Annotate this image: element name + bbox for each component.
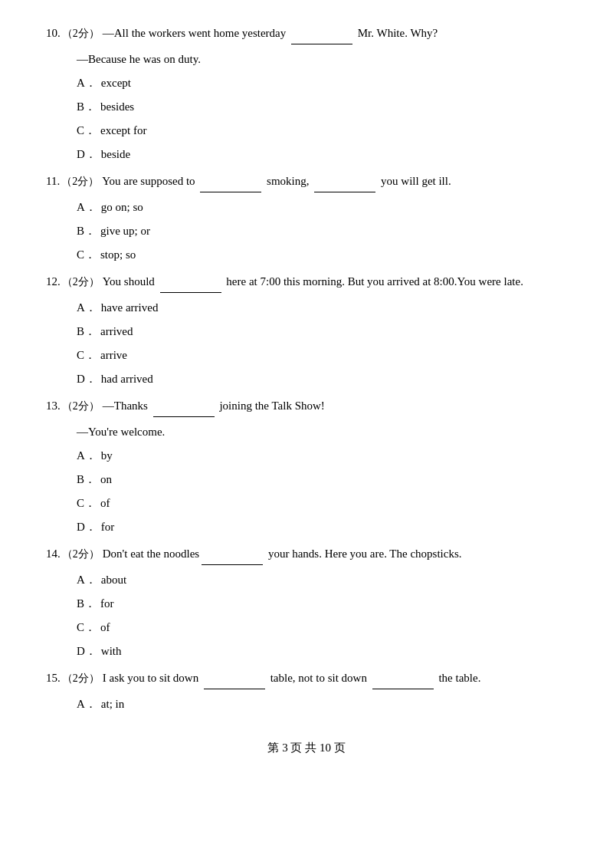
q13-option-c: C． of xyxy=(77,493,567,514)
q13-number: 13. xyxy=(46,396,61,416)
q14-points: （2分） xyxy=(62,544,100,564)
question-11: 11. （2分） You are supposed to smoking, yo… xyxy=(46,171,567,265)
q13-option-a: A． by xyxy=(77,446,567,466)
q14-option-b: B． for xyxy=(77,593,567,614)
q10-option-a: A． except xyxy=(77,73,567,94)
q14-text: Don't eat the noodles your hands. Here y… xyxy=(103,544,567,565)
q12-points: （2分） xyxy=(62,272,100,291)
q14-option-c: C． of xyxy=(77,617,567,638)
q15-number: 15. xyxy=(46,668,61,689)
question-11-line: 11. （2分） You are supposed to smoking, yo… xyxy=(46,171,567,192)
q15-blank2 xyxy=(372,668,434,689)
q10-text: —All the workers went home yesterday Mr.… xyxy=(103,23,567,44)
question-15: 15. （2分） I ask you to sit down table, no… xyxy=(46,668,567,715)
q15-blank1 xyxy=(204,668,265,689)
question-15-line: 15. （2分） I ask you to sit down table, no… xyxy=(46,668,567,689)
q13-option-b: B． on xyxy=(77,469,567,490)
q10-blank xyxy=(291,23,352,44)
q10-points: （2分） xyxy=(62,24,100,43)
q11-option-a: A． go on; so xyxy=(77,197,567,218)
q10-option-d: D． beside xyxy=(77,144,567,165)
page-info: 第 3 页 共 10 页 xyxy=(267,741,345,754)
q15-text: I ask you to sit down table, not to sit … xyxy=(103,668,567,689)
q11-points: （2分） xyxy=(61,172,99,191)
question-10-line: 10. （2分） —All the workers went home yest… xyxy=(46,23,567,44)
q12-blank xyxy=(160,271,221,293)
q10-option-b: B． besides xyxy=(77,97,567,117)
q14-option-d: D． with xyxy=(77,641,567,662)
q10-option-c: C． except for xyxy=(77,120,567,141)
q12-option-d: D． had arrived xyxy=(77,369,567,390)
q14-blank xyxy=(202,544,263,565)
question-10: 10. （2分） —All the workers went home yest… xyxy=(46,23,567,165)
q11-text: You are supposed to smoking, you will ge… xyxy=(102,171,567,192)
q10-number: 10. xyxy=(46,23,61,44)
q13-option-d: D． for xyxy=(77,517,567,538)
q14-option-a: A． about xyxy=(77,570,567,590)
q12-number: 12. xyxy=(46,271,61,292)
q11-blank1 xyxy=(200,171,261,192)
q13-points: （2分） xyxy=(62,396,100,416)
q12-option-b: B． arrived xyxy=(77,321,567,342)
question-13-line: 13. （2分） —Thanks joining the Talk Show! xyxy=(46,396,567,417)
q11-option-b: B． give up; or xyxy=(77,221,567,242)
q13-dialog: —You're welcome. xyxy=(77,422,567,442)
q11-number: 11. xyxy=(46,171,60,192)
q15-option-a: A． at; in xyxy=(77,694,567,715)
q12-text: You should here at 7:00 this morning. Bu… xyxy=(103,271,567,293)
question-13: 13. （2分） —Thanks joining the Talk Show! … xyxy=(46,396,567,538)
q12-option-a: A． have arrived xyxy=(77,298,567,318)
question-14-line: 14. （2分） Don't eat the noodles your hand… xyxy=(46,544,567,565)
q13-blank xyxy=(153,396,215,417)
question-14: 14. （2分） Don't eat the noodles your hand… xyxy=(46,544,567,662)
q12-option-c: C． arrive xyxy=(77,345,567,366)
question-12: 12. （2分） You should here at 7:00 this mo… xyxy=(46,271,567,390)
page-footer: 第 3 页 共 10 页 xyxy=(46,738,567,758)
q13-text: —Thanks joining the Talk Show! xyxy=(103,396,567,417)
q15-points: （2分） xyxy=(62,669,100,688)
question-12-line: 12. （2分） You should here at 7:00 this mo… xyxy=(46,271,567,293)
q11-option-c: C． stop; so xyxy=(77,245,567,265)
q14-number: 14. xyxy=(46,544,61,564)
q11-blank2 xyxy=(314,171,375,192)
q10-dialog: —Because he was on duty. xyxy=(77,49,567,70)
